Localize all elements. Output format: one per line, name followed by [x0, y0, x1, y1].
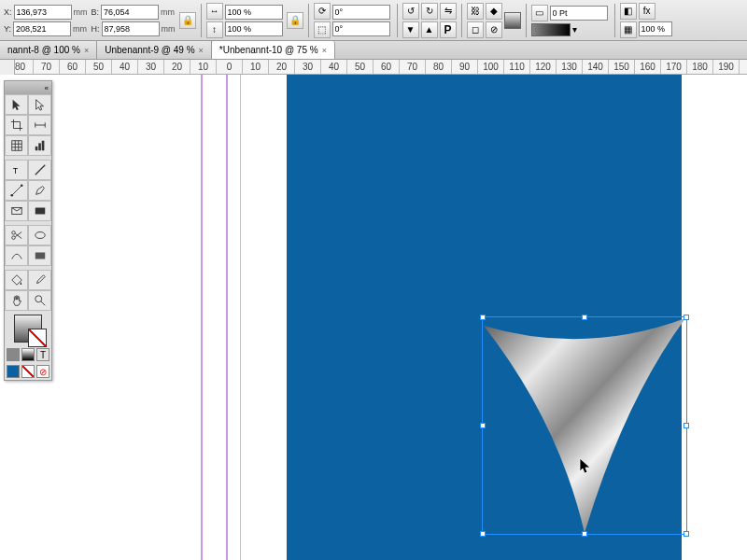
scale-v-icon[interactable]: ↕ [206, 21, 223, 38]
fill-tool[interactable] [5, 270, 28, 290]
ruler-tick: 10 [190, 60, 217, 74]
eyedropper-tool[interactable] [28, 270, 51, 290]
mode-text[interactable]: T [36, 348, 49, 361]
color-wells [5, 311, 51, 346]
outline-color-swatch[interactable] [531, 23, 571, 36]
tab-doc-10[interactable]: *Unbenannt-10 @ 75 %× [212, 41, 335, 59]
h-unit: mm [162, 24, 176, 34]
svg-point-5 [10, 194, 13, 197]
palette-blue[interactable] [7, 365, 20, 378]
hand-tool[interactable] [5, 290, 28, 311]
ruler-tick: 150 [609, 60, 635, 74]
envelope-tool[interactable] [5, 201, 28, 221]
outline-icon[interactable]: ◻ [467, 21, 484, 38]
paragraph-icon[interactable]: P [440, 21, 457, 38]
align-icon[interactable]: ⛓ [467, 3, 484, 20]
dropdown-icon[interactable]: ▾ [572, 24, 577, 35]
y-input[interactable] [13, 21, 71, 36]
none-icon[interactable]: ⊘ [486, 21, 502, 38]
document-tabs: nannt-8 @ 100 %× Unbenannt-9 @ 49 %× *Un… [0, 41, 747, 60]
lock-scale-icon[interactable]: 🔒 [287, 12, 303, 29]
grid-icon[interactable]: ▦ [620, 21, 637, 38]
rectangle-tool[interactable] [28, 201, 51, 221]
skew-input[interactable] [332, 21, 390, 36]
svg-rect-12 [35, 253, 45, 259]
close-icon[interactable]: × [322, 46, 327, 55]
pen-tool[interactable] [28, 180, 51, 201]
w-label: B: [92, 7, 100, 17]
palette-diag[interactable] [21, 365, 35, 378]
scale-h-icon[interactable]: ↔ [206, 3, 223, 20]
ruler-tick: 100 [478, 60, 504, 74]
x-input[interactable] [14, 5, 72, 20]
mode-solid[interactable] [7, 348, 20, 361]
pick-white-tool[interactable] [28, 94, 51, 115]
guide-line [201, 75, 203, 560]
scale-x-input[interactable] [225, 5, 283, 20]
svg-rect-0 [11, 141, 21, 151]
ruler-tick: 120 [530, 60, 557, 74]
close-icon[interactable]: × [199, 46, 204, 55]
close-icon[interactable]: × [84, 46, 89, 55]
ruler-tick: 70 [400, 60, 426, 74]
mode-gradient[interactable] [21, 348, 35, 361]
rotate-icon[interactable]: ⟳ [314, 3, 331, 20]
ruler-tick: 30 [138, 60, 164, 74]
outline-width-icon[interactable]: ▭ [531, 5, 548, 21]
freehand-tool[interactable] [28, 160, 51, 180]
ruler-tick: 130 [557, 60, 583, 74]
combine-icon[interactable]: ◆ [486, 3, 502, 20]
fill-swatch[interactable] [14, 315, 42, 343]
ruler-tick: 80 [7, 60, 34, 74]
tab-doc-8[interactable]: nannt-8 @ 100 %× [0, 41, 97, 59]
ruler-tick: 50 [86, 60, 112, 74]
outline-width-input[interactable] [550, 6, 608, 21]
toolbox-collapse-icon[interactable]: « [5, 81, 51, 94]
ruler-tick: 60 [60, 60, 86, 74]
transform-toolbar: X:mm Y:mm B:mm H:mm 🔒 ↔ ↕ 🔒 ⟳ ⬚ ↺ ↻ ⇋ ▼ … [0, 0, 747, 41]
line-tool[interactable] [5, 180, 28, 201]
svg-rect-3 [41, 141, 44, 151]
rotate-input[interactable] [332, 5, 390, 20]
skew-icon[interactable]: ⬚ [314, 21, 331, 38]
crop-tool[interactable] [5, 115, 28, 135]
ruler-tick: 140 [583, 60, 609, 74]
ellipse-tool[interactable] [28, 225, 51, 245]
to-front-icon[interactable]: ▲ [421, 21, 438, 38]
ruler-tick: 160 [635, 60, 661, 74]
scissors-tool[interactable] [5, 225, 28, 245]
tab-label: Unbenannt-9 @ 49 % [105, 45, 194, 55]
w-input[interactable] [101, 5, 159, 20]
rect-fill-tool[interactable] [28, 245, 51, 266]
ruler-tick: 110 [504, 60, 530, 74]
rotate-cw-icon[interactable]: ↻ [421, 3, 438, 20]
palette-none[interactable]: ⊘ [36, 365, 49, 378]
pick-tool[interactable] [5, 94, 28, 115]
opacity-input[interactable] [639, 21, 672, 36]
scale-y-input[interactable] [225, 21, 283, 36]
text-tool[interactable]: T [5, 160, 28, 180]
chart-tool[interactable] [28, 135, 51, 156]
horizontal-ruler[interactable]: 8070605040302010010203040506070809010011… [0, 60, 747, 75]
ruler-tick: 60 [374, 60, 400, 74]
canvas[interactable] [0, 75, 747, 560]
svg-point-13 [35, 296, 41, 302]
zoom-tool[interactable] [28, 290, 51, 311]
dimension-tool[interactable] [28, 115, 51, 135]
tab-doc-9[interactable]: Unbenannt-9 @ 49 %× [97, 41, 212, 59]
flip-h-icon[interactable]: ⇋ [440, 3, 457, 20]
ruler-tick: 70 [34, 60, 60, 74]
svg-point-9 [11, 231, 15, 235]
lock-aspect-icon[interactable]: 🔒 [179, 12, 196, 29]
to-back-icon[interactable]: ▼ [402, 21, 419, 38]
rotate-ccw-icon[interactable]: ↺ [402, 3, 419, 20]
svg-rect-8 [35, 208, 45, 215]
stroke-swatch[interactable] [28, 329, 47, 347]
fill-gradient-icon[interactable] [504, 12, 521, 29]
star-shape[interactable] [484, 318, 685, 533]
knife-tool[interactable] [5, 245, 28, 266]
h-input[interactable] [102, 21, 160, 36]
effects-icon[interactable]: fx [639, 3, 655, 20]
wrap-icon[interactable]: ◧ [620, 3, 637, 20]
graph-paper-tool[interactable] [5, 135, 28, 156]
